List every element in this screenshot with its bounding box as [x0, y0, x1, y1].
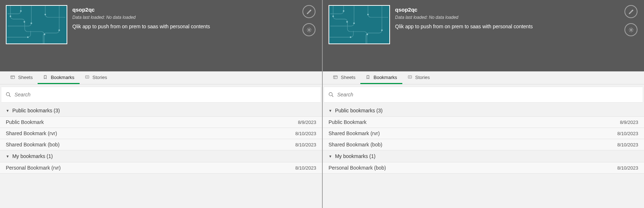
pencil-icon: [306, 9, 312, 15]
search-icon: [5, 91, 12, 98]
bookmark-name: Shared Bookmark (bob): [6, 142, 60, 147]
svg-rect-21: [334, 76, 338, 79]
bookmark-row[interactable]: Personal Bookmark (bob) 8/10/2023: [323, 162, 644, 174]
thumbnail-graphic: [329, 6, 389, 43]
tab-bookmarks-label: Bookmarks: [373, 75, 397, 80]
svg-point-5: [27, 37, 29, 38]
gear-icon: [306, 27, 312, 33]
svg-point-0: [10, 16, 11, 17]
app-title: qsop2qc: [395, 7, 638, 13]
pencil-icon: [628, 9, 634, 15]
left-pane: qsop2qc Data last loaded: No data loaded…: [0, 0, 322, 208]
bookmark-date: 8/10/2023: [617, 165, 638, 171]
group-public-header[interactable]: ▼ Public bookmarks (3): [0, 105, 322, 116]
bookmark-row[interactable]: Shared Bookmark (bob) 8/10/2023: [0, 139, 322, 150]
group-public-label: Public bookmarks (3): [12, 108, 60, 113]
group-public-header[interactable]: ▼ Public bookmarks (3): [323, 105, 644, 116]
tab-bookmarks[interactable]: Bookmarks: [38, 71, 79, 84]
app-header: qsop2qc Data last loaded: No data loaded…: [323, 0, 644, 71]
group-my-header[interactable]: ▼ My bookmarks (1): [0, 150, 322, 162]
gear-icon: [628, 27, 634, 33]
svg-point-15: [367, 34, 368, 35]
chevron-down-icon: ▼: [6, 154, 9, 158]
tab-sheets[interactable]: Sheets: [5, 71, 38, 84]
svg-point-17: [350, 37, 351, 38]
bookmark-name: Shared Bookmark (bob): [329, 142, 382, 147]
svg-point-1: [24, 21, 25, 22]
search-input[interactable]: [337, 92, 639, 97]
svg-point-8: [308, 29, 310, 30]
search-bar[interactable]: [1, 87, 321, 103]
search-input[interactable]: [14, 92, 317, 97]
app-title: qsop2qc: [72, 7, 316, 13]
bookmark-row[interactable]: Public Bookmark 8/9/2023: [323, 116, 644, 128]
app-thumbnail: [6, 5, 67, 44]
tab-bar: Sheets Bookmarks Stories: [0, 71, 322, 84]
tab-sheets-label: Sheets: [341, 75, 355, 80]
svg-rect-9: [11, 76, 15, 79]
app-header: qsop2qc Data last loaded: No data loaded…: [0, 0, 322, 71]
bookmark-date: 8/10/2023: [295, 131, 316, 136]
tab-stories[interactable]: Stories: [402, 71, 435, 84]
search-bar[interactable]: [324, 87, 643, 103]
bookmark-name: Shared Bookmark (rvr): [329, 130, 380, 136]
svg-point-4: [58, 29, 60, 31]
app-meta: qsop2qc Data last loaded: No data loaded…: [67, 5, 316, 71]
bookmark-date: 8/10/2023: [295, 142, 316, 147]
search-icon: [328, 91, 334, 98]
bookmark-date: 8/10/2023: [617, 142, 638, 147]
bookmark-icon: [365, 75, 370, 80]
bookmark-list: ▼ Public bookmarks (3) Public Bookmark 8…: [323, 105, 644, 208]
tab-bookmarks[interactable]: Bookmarks: [360, 71, 402, 84]
svg-point-12: [332, 16, 334, 17]
right-pane: qsop2qc Data last loaded: No data loaded…: [322, 0, 644, 208]
bookmark-name: Personal Bookmark (bob): [329, 165, 386, 171]
bookmark-name: Personal Bookmark (rvr): [6, 165, 61, 171]
chevron-down-icon: ▼: [329, 109, 332, 113]
group-public-label: Public bookmarks (3): [335, 108, 383, 113]
group-my-header[interactable]: ▼ My bookmarks (1): [323, 150, 644, 162]
app-description: Qlik app to push from on prem to saas wi…: [72, 24, 316, 29]
svg-point-7: [45, 14, 46, 15]
bookmark-date: 8/9/2023: [298, 120, 316, 125]
svg-point-20: [630, 29, 632, 30]
app-thumbnail: [329, 5, 390, 44]
svg-point-19: [367, 14, 369, 15]
bookmark-date: 8/9/2023: [620, 120, 638, 125]
bookmark-list: ▼ Public bookmarks (3) Public Bookmark 8…: [0, 105, 322, 208]
bookmark-row[interactable]: Shared Bookmark (rvr) 8/10/2023: [323, 128, 644, 139]
edit-button[interactable]: [624, 5, 637, 18]
bookmark-date: 8/10/2023: [617, 131, 638, 136]
bookmark-icon: [43, 75, 48, 80]
svg-point-14: [353, 22, 355, 24]
tab-sheets[interactable]: Sheets: [328, 71, 360, 84]
bookmark-row[interactable]: Personal Bookmark (rvr) 8/10/2023: [0, 162, 322, 174]
edit-button[interactable]: [302, 5, 315, 18]
bookmark-date: 8/10/2023: [295, 165, 316, 171]
app-meta: qsop2qc Data last loaded: No data loaded…: [390, 5, 638, 71]
settings-button[interactable]: [302, 23, 315, 36]
svg-point-3: [44, 34, 45, 35]
tab-sheets-label: Sheets: [18, 75, 33, 80]
settings-button[interactable]: [624, 23, 637, 36]
app-data-status: Data last loaded: No data loaded: [395, 15, 638, 20]
group-my-label: My bookmarks (1): [12, 153, 53, 159]
svg-point-18: [343, 10, 344, 12]
svg-point-16: [381, 29, 382, 31]
svg-point-6: [20, 10, 22, 12]
bookmark-row[interactable]: Public Bookmark 8/9/2023: [0, 116, 322, 128]
tab-bar: Sheets Bookmarks Stories: [323, 71, 644, 84]
bookmark-row[interactable]: Shared Bookmark (bob) 8/10/2023: [323, 139, 644, 150]
app-data-status: Data last loaded: No data loaded: [72, 15, 316, 20]
stories-icon: [407, 75, 412, 80]
svg-point-11: [6, 92, 9, 96]
app-description: Qlik app to push from on prem to saas wi…: [395, 24, 638, 29]
bookmark-row[interactable]: Shared Bookmark (rvr) 8/10/2023: [0, 128, 322, 139]
group-my-label: My bookmarks (1): [335, 153, 376, 159]
tab-stories[interactable]: Stories: [80, 71, 112, 84]
svg-point-23: [329, 92, 332, 96]
thumbnail-graphic: [7, 6, 67, 43]
sheets-icon: [333, 75, 338, 80]
svg-point-13: [346, 21, 348, 22]
sheets-icon: [10, 75, 15, 80]
